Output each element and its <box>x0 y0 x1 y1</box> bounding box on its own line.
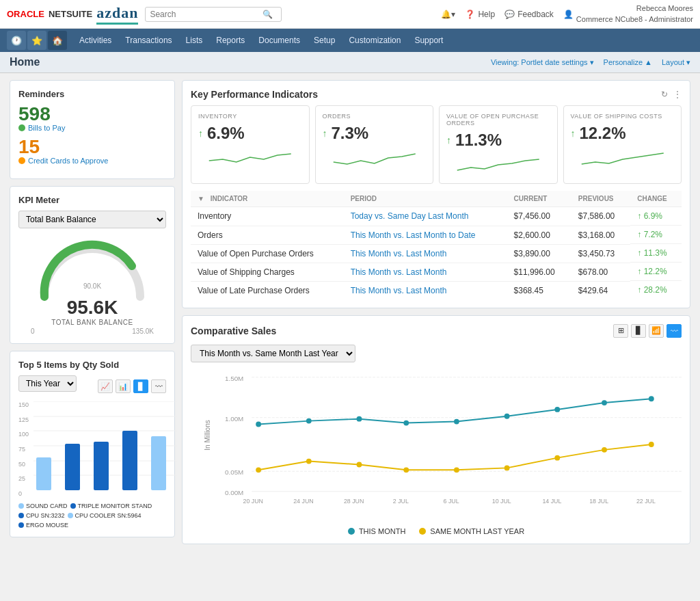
nav-setup[interactable]: Setup <box>307 31 342 49</box>
svg-rect-6 <box>36 457 51 490</box>
legend-this-month: THIS MONTH <box>348 527 405 535</box>
bills-dot <box>18 124 25 131</box>
personalize-button[interactable]: Personalize ▲ <box>604 58 652 66</box>
history-icon[interactable]: 🕐 <box>7 31 26 50</box>
kpi-refresh-icon[interactable]: ↻ <box>661 90 668 99</box>
row-period-0[interactable]: Today vs. Same Day Last Month <box>344 207 507 226</box>
kpi-tile-shipping-value: ↑ 12.2% <box>571 124 675 143</box>
kpi-tile-po-label: VALUE OF OPEN PURCHASE ORDERS <box>446 113 550 126</box>
row-current-0: $7,456.00 <box>507 207 571 226</box>
favorites-icon[interactable]: ⭐ <box>27 31 46 50</box>
nav-quick-icons: 🕐 ⭐ 🏠 <box>7 31 67 50</box>
svg-text:10 JUL: 10 JUL <box>492 498 511 505</box>
kpi-meter-select[interactable]: Total Bank Balance <box>18 211 166 228</box>
table-row: Inventory Today vs. Same Day Last Month … <box>191 207 682 226</box>
kpi-actions: ↻ ⋮ <box>661 90 682 99</box>
user-menu[interactable]: 👤 Rebecca Moores Commerce NCube8 - Admin… <box>563 3 693 25</box>
row-indicator-1: Orders <box>191 226 344 244</box>
gauge-max: 135.0K <box>132 328 154 335</box>
row-current-3: $11,996.00 <box>507 263 571 281</box>
shipping-sparkline <box>571 147 675 170</box>
comp-column-icon[interactable]: 📶 <box>649 324 664 338</box>
comp-bar-icon[interactable]: ▊ <box>631 324 646 338</box>
row-current-2: $3,890.00 <box>507 244 571 263</box>
comp-period-select[interactable]: This Month vs. Same Month Last Year <box>191 345 355 362</box>
svg-text:20 JUN: 20 JUN <box>243 498 263 505</box>
gauge-range: 0 135.0K <box>31 328 154 335</box>
main-content: Reminders 598 Bills to Pay 15 Credit Car… <box>0 73 700 551</box>
bills-link[interactable]: Bills to Pay <box>18 124 166 132</box>
row-period-1[interactable]: This Month vs. Last Month to Date <box>344 226 507 244</box>
netsuite-logo: NETSUITE <box>49 9 92 19</box>
logo-area: ORACLE NETSUITE azdan <box>7 4 138 25</box>
main-nav: Activities Transactions Lists Reports Do… <box>72 31 450 49</box>
legend-dot-same-month <box>419 528 426 535</box>
nav-reports[interactable]: Reports <box>209 31 252 49</box>
notifications[interactable]: 🔔▾ <box>441 10 455 19</box>
col-period: PERIOD <box>344 191 507 207</box>
col-previous: PREVIOUS <box>571 191 630 207</box>
svg-point-30 <box>357 462 362 467</box>
top5-period-select[interactable]: This Year <box>18 375 77 392</box>
layout-button[interactable]: Layout ▾ <box>662 58 690 67</box>
col-change: CHANGE <box>630 191 682 207</box>
comp-table-icon[interactable]: ⊞ <box>613 324 628 338</box>
search-input[interactable] <box>150 10 259 19</box>
svg-text:0.00M: 0.00M <box>225 488 243 496</box>
kpi-tile-orders[interactable]: ORDERS ↑ 7.3% <box>315 105 434 184</box>
reminders-title: Reminders <box>18 89 166 99</box>
legend-dot-this-month <box>348 528 355 535</box>
kpi-tile-shipping[interactable]: VALUE OF SHIPPING COSTS ↑ 12.2% <box>563 105 682 184</box>
legend-cpu: CPU SN:3232 <box>18 512 65 519</box>
kpi-tile-purchase-orders[interactable]: VALUE OF OPEN PURCHASE ORDERS ↑ 11.3% <box>439 105 558 184</box>
col-current: CURRENT <box>507 191 571 207</box>
help-button[interactable]: ❓ Help <box>465 10 495 19</box>
nav-activities[interactable]: Activities <box>72 31 118 49</box>
bar-chart-svg <box>33 401 177 490</box>
svg-point-25 <box>554 406 560 412</box>
azdan-logo: azdan <box>96 4 138 25</box>
kpi-tile-inventory[interactable]: INVENTORY ↑ 6.9% <box>191 105 310 184</box>
row-period-3[interactable]: This Month vs. Last Month <box>344 263 507 281</box>
svg-text:0.05M: 0.05M <box>225 468 243 476</box>
svg-point-35 <box>602 446 607 452</box>
chart-toolbar: This Year 📈 📊 ▊ 〰 <box>18 375 166 397</box>
svg-point-21 <box>357 416 362 421</box>
area-chart-icon[interactable]: 〰 <box>151 379 166 393</box>
svg-text:14 JUL: 14 JUL <box>542 498 561 505</box>
nav-lists[interactable]: Lists <box>179 31 210 49</box>
bar-chart-icon[interactable]: 📊 <box>116 379 131 393</box>
gauge-svg: 90.0K <box>31 235 154 304</box>
svg-point-34 <box>554 455 560 460</box>
svg-rect-9 <box>122 431 137 490</box>
nav-customization[interactable]: Customization <box>342 31 407 49</box>
kpi-tiles: INVENTORY ↑ 6.9% ORDERS ↑ 7. <box>191 105 682 184</box>
bills-count: 598 <box>18 105 166 124</box>
credit-dot <box>18 157 25 164</box>
top5-chart: 150 125 100 75 50 25 0 <box>18 401 166 497</box>
home-icon[interactable]: 🏠 <box>48 31 67 50</box>
nav-bar: 🕐 ⭐ 🏠 Activities Transactions Lists Repo… <box>0 29 700 52</box>
legend-dot-sound-card <box>18 503 24 509</box>
viewing-settings[interactable]: Viewing: Portlet date settings ▾ <box>491 58 594 67</box>
kpi-title: Key Performance Indicators <box>191 89 318 100</box>
kpi-more-icon[interactable]: ⋮ <box>673 90 682 99</box>
row-period-2[interactable]: This Month vs. Last Month <box>344 244 507 263</box>
svg-point-32 <box>454 467 459 472</box>
bills-reminder: 598 Bills to Pay <box>18 105 166 132</box>
line-chart-icon[interactable]: 📈 <box>98 379 113 393</box>
nav-documents[interactable]: Documents <box>252 31 307 49</box>
nav-support[interactable]: Support <box>407 31 450 49</box>
row-indicator-4: Value of Late Purchase Orders <box>191 281 344 299</box>
credit-cards-link[interactable]: Credit Cards to Approve <box>18 157 166 165</box>
comp-legend: THIS MONTH SAME MONTH LAST YEAR <box>191 527 682 535</box>
search-box[interactable]: 🔍 <box>145 7 282 22</box>
row-period-4[interactable]: This Month vs. Last Month <box>344 281 507 299</box>
user-info: Rebecca Moores Commerce NCube8 - Adminis… <box>576 3 693 25</box>
nav-transactions[interactable]: Transactions <box>118 31 178 49</box>
credit-cards-reminder: 15 Credit Cards to Approve <box>18 137 166 165</box>
comp-line-icon[interactable]: 〰 <box>667 324 682 338</box>
column-chart-icon[interactable]: ▊ <box>133 379 148 393</box>
feedback-button[interactable]: 💬 Feedback <box>504 10 554 19</box>
collapse-icon[interactable]: ▼ <box>198 195 204 202</box>
